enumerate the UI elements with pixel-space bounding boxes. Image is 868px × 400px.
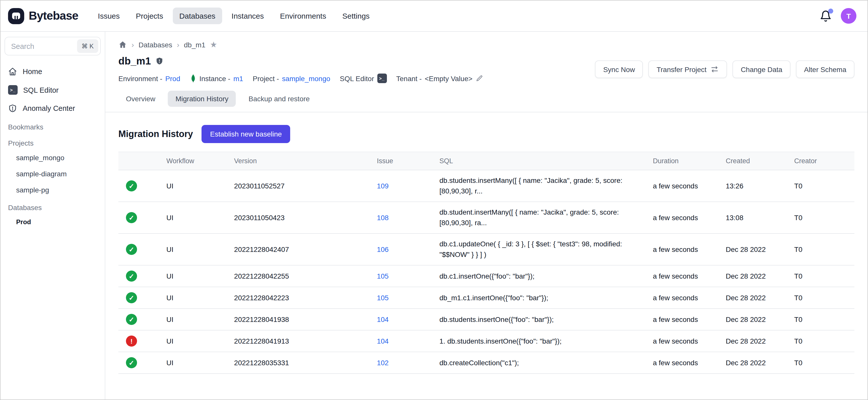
notification-bell-icon[interactable]	[819, 10, 832, 22]
nav-environments[interactable]: Environments	[274, 7, 333, 24]
issue-link[interactable]: 105	[377, 294, 389, 302]
action-buttons: Sync Now Transfer Project Change Data Al…	[595, 60, 855, 78]
nav-issues[interactable]: Issues	[91, 7, 126, 24]
breadcrumb-separator: ›	[131, 40, 134, 49]
instance-link[interactable]: m1	[233, 74, 243, 82]
created-cell: Dec 28 2022	[720, 265, 788, 287]
table-header: Workflow Version Issue SQL Duration Crea…	[118, 152, 855, 170]
bytebase-logo-icon	[7, 7, 25, 25]
table-row[interactable]: ✓ UI 20221228042223 105 db_m1.c1.insertO…	[118, 287, 855, 309]
sql-editor-icon: >_	[377, 73, 386, 83]
sidebar-database-prod[interactable]: Prod	[0, 214, 105, 230]
table-row[interactable]: ✓ UI 20221228041938 104 db.students.inse…	[118, 309, 855, 330]
version-cell: 20221228041913	[228, 330, 371, 352]
sidebar-section-bookmarks: Bookmarks	[0, 117, 105, 133]
creator-cell: T0	[788, 287, 855, 309]
workflow-cell: UI	[160, 352, 228, 374]
nav-instances[interactable]: Instances	[225, 7, 270, 24]
sql-cell: db.students.insertOne({"foo": "bar"});	[434, 309, 647, 330]
version-cell: 20221228041938	[228, 309, 371, 330]
brand[interactable]: Bytebase	[7, 7, 78, 25]
home-breadcrumb-icon[interactable]	[118, 40, 127, 49]
workflow-cell: UI	[160, 234, 228, 265]
col-workflow: Workflow	[160, 152, 228, 170]
created-cell: Dec 28 2022	[720, 234, 788, 265]
issue-link[interactable]: 105	[377, 272, 389, 280]
table-row[interactable]: ✓ UI 2023011050423 108 db.student.insert…	[118, 202, 855, 234]
sql-cell: db.c1.updateOne( { _id: 3 }, [ { $set: {…	[434, 234, 647, 265]
sidebar-item-sql-editor[interactable]: >_ SQL Editor	[0, 81, 105, 99]
sql-cell: db_m1.c1.insertOne({"foo": "bar"});	[434, 287, 647, 309]
sidebar-project-sample-pg[interactable]: sample-pg	[0, 182, 105, 198]
sync-now-button[interactable]: Sync Now	[595, 60, 643, 78]
sql-editor-label: SQL Editor	[340, 74, 374, 82]
col-created: Created	[720, 152, 788, 170]
issue-cell: 106	[371, 234, 433, 265]
table-row[interactable]: ✓ UI 2023011052527 109 db.students.inser…	[118, 170, 855, 202]
main-nav: Issues Projects Databases Instances Envi…	[91, 7, 376, 24]
workflow-cell: UI	[160, 330, 228, 352]
sidebar-item-home[interactable]: Home	[0, 62, 105, 81]
change-data-button[interactable]: Change Data	[733, 60, 790, 78]
nav-projects[interactable]: Projects	[129, 7, 169, 24]
status-cell: ✓	[118, 202, 160, 234]
tab-backup-and-restore[interactable]: Backup and restore	[241, 91, 317, 107]
table-row[interactable]: ✓ UI 20221228042407 106 db.c1.updateOne(…	[118, 234, 855, 265]
transfer-project-button[interactable]: Transfer Project	[649, 60, 727, 78]
bookmark-star-icon[interactable]: ★	[210, 40, 217, 49]
notification-dot	[828, 8, 833, 13]
nav-settings[interactable]: Settings	[336, 7, 376, 24]
issue-link[interactable]: 104	[377, 337, 389, 345]
migration-history-table: Workflow Version Issue SQL Duration Crea…	[118, 152, 855, 374]
status-cell: ✓	[118, 287, 160, 309]
sidebar-project-sample-mongo[interactable]: sample_mongo	[0, 150, 105, 166]
tab-overview[interactable]: Overview	[118, 91, 163, 107]
mongodb-leaf-icon	[190, 74, 196, 83]
sidebar-section-databases: Databases	[0, 198, 105, 214]
nav-databases[interactable]: Databases	[173, 7, 222, 24]
success-icon: ✓	[126, 244, 137, 255]
sql-editor-link[interactable]: SQL Editor >_	[340, 73, 386, 83]
issue-link[interactable]: 108	[377, 213, 389, 221]
issue-link[interactable]: 102	[377, 359, 389, 367]
table-row[interactable]: ! UI 20221228041913 104 1. db.students.i…	[118, 330, 855, 352]
issue-link[interactable]: 104	[377, 315, 389, 323]
issue-cell: 105	[371, 287, 433, 309]
sidebar-item-label: Home	[23, 67, 42, 75]
migration-section-header: Migration History Establish new baseline	[118, 125, 855, 143]
issue-link[interactable]: 109	[377, 182, 389, 190]
tab-migration-history[interactable]: Migration History	[168, 91, 236, 107]
breadcrumb-databases[interactable]: Databases	[138, 40, 172, 49]
search-box: ⌘ K	[4, 37, 101, 55]
workflow-cell: UI	[160, 202, 228, 234]
sidebar-item-label: Anomaly Center	[23, 104, 75, 112]
created-cell: Dec 28 2022	[720, 287, 788, 309]
col-sql: SQL	[434, 152, 647, 170]
sidebar-item-label: SQL Editor	[23, 86, 59, 94]
environment-link[interactable]: Prod	[165, 74, 180, 82]
success-icon: ✓	[126, 292, 137, 303]
sql-cell: db.students.insertMany([ { name: "Jacika…	[434, 170, 647, 202]
creator-cell: T0	[788, 309, 855, 330]
table-row[interactable]: ✓ UI 20221228035331 102 db.createCollect…	[118, 352, 855, 374]
sidebar-item-anomaly-center[interactable]: Anomaly Center	[0, 99, 105, 117]
page-header: db_m1 Environment - Prod	[118, 55, 855, 83]
issue-link[interactable]: 106	[377, 245, 389, 253]
project-link[interactable]: sample_mongo	[282, 74, 330, 82]
avatar[interactable]: T	[841, 8, 857, 24]
edit-pencil-icon[interactable]	[475, 74, 483, 82]
page-header-left: db_m1 Environment - Prod	[118, 55, 483, 83]
sql-cell: db.student.insertMany([ { name: "Jacika"…	[434, 202, 647, 234]
migration-table-body: ✓ UI 2023011052527 109 db.students.inser…	[118, 170, 855, 374]
sql-cell: db.createCollection("c1");	[434, 352, 647, 374]
table-row[interactable]: ✓ UI 20221228042255 105 db.c1.insertOne(…	[118, 265, 855, 287]
alter-schema-button[interactable]: Alter Schema	[796, 60, 855, 78]
establish-baseline-button[interactable]: Establish new baseline	[202, 125, 290, 143]
issue-cell: 109	[371, 170, 433, 202]
created-cell: Dec 28 2022	[720, 309, 788, 330]
col-creator: Creator	[788, 152, 855, 170]
main-content: › Databases › db_m1 ★ db_m1	[105, 32, 868, 400]
migration-history-title: Migration History	[118, 129, 193, 139]
version-cell: 2023011052527	[228, 170, 371, 202]
sidebar-project-sample-diagram[interactable]: sample-diagram	[0, 166, 105, 182]
